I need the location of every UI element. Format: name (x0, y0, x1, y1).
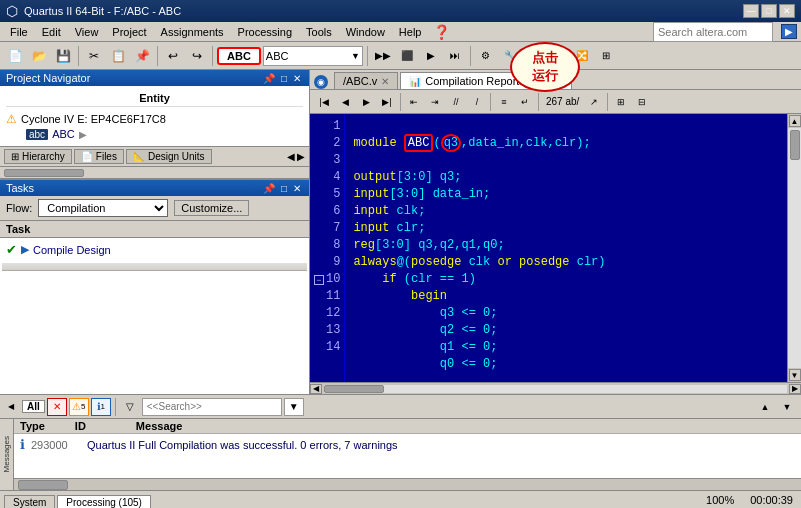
msg-filter-icon-btn[interactable]: ▽ (120, 398, 140, 416)
tab-abc-v[interactable]: /ABC.v ✕ (334, 72, 398, 89)
close-panel-icon[interactable]: ✕ (291, 73, 303, 84)
hscroll-thumb[interactable] (324, 385, 384, 393)
task-name-label[interactable]: Compile Design (33, 244, 111, 256)
undo-button[interactable]: ↩ (162, 45, 184, 67)
ed-first-button[interactable]: |◀ (314, 93, 334, 111)
signalclock-button[interactable]: ⏱ (523, 45, 545, 67)
tab-design-units[interactable]: 📐 Design Units (126, 149, 212, 164)
chip-button[interactable]: 🔧 (499, 45, 521, 67)
menu-file[interactable]: File (4, 24, 34, 40)
netlist-button[interactable]: ⊞ (595, 45, 617, 67)
rtl-button[interactable]: 🔀 (571, 45, 593, 67)
abc-button[interactable]: ABC (217, 47, 261, 65)
tasks-panel-icons[interactable]: 📌 □ ✕ (261, 183, 303, 194)
ed-format-button[interactable]: ≡ (494, 93, 514, 111)
msg-info-btn[interactable]: ℹ 1 (91, 398, 111, 416)
nav-scrollbar[interactable] (0, 167, 309, 179)
menu-assignments[interactable]: Assignments (155, 24, 230, 40)
editor-toolbar: |◀ ◀ ▶ ▶| ⇤ ⇥ // / ≡ ↵ 267 ab/ ↗ ⊞ ⊟ (310, 90, 801, 114)
step-button[interactable]: ⏭ (444, 45, 466, 67)
hscroll-right-icon[interactable]: ▶ (789, 384, 801, 394)
scroll-thumb[interactable] (790, 130, 800, 160)
tasks-float-icon[interactable]: □ (279, 183, 289, 194)
ed-uncomment-button[interactable]: / (467, 93, 487, 111)
hscroll-left-icon[interactable]: ◀ (310, 384, 322, 394)
minimize-button[interactable]: — (743, 4, 759, 18)
msg-error-btn[interactable]: ✕ (47, 398, 67, 416)
menu-view[interactable]: View (69, 24, 105, 40)
fold-icon[interactable]: − (314, 275, 324, 285)
message-search-input[interactable] (142, 398, 282, 416)
copy-button[interactable]: 📋 (107, 45, 129, 67)
pin-icon[interactable]: 📌 (261, 73, 277, 84)
msg-scroll-down-btn[interactable]: ▼ (777, 398, 797, 416)
msg-sep (115, 398, 116, 416)
menu-processing[interactable]: Processing (232, 24, 298, 40)
menu-tools[interactable]: Tools (300, 24, 338, 40)
new-button[interactable]: 📄 (4, 45, 26, 67)
tasks-flow-row: Flow: Compilation Customize... (0, 196, 309, 221)
titlebar-controls[interactable]: — □ ✕ (743, 4, 795, 18)
search-input[interactable] (653, 22, 773, 42)
tab-compilation-close[interactable]: ✕ (555, 76, 563, 87)
msg-hscrollbar[interactable] (14, 478, 801, 490)
msg-hscroll-thumb[interactable] (18, 480, 68, 490)
open-button[interactable]: 📂 (28, 45, 50, 67)
ed-indent-button[interactable]: ⇤ (404, 93, 424, 111)
ed-expand-button[interactable]: ⊞ (611, 93, 631, 111)
message-search-button[interactable]: ▼ (284, 398, 304, 416)
search-go-button[interactable]: ▶ (781, 24, 797, 39)
tasks-pin-icon[interactable]: 📌 (261, 183, 277, 194)
msg-scroll-up-btn[interactable]: ▲ (755, 398, 775, 416)
paste-button[interactable]: 📌 (131, 45, 153, 67)
tab-abc-v-close[interactable]: ✕ (381, 76, 389, 87)
flow-select[interactable]: Compilation (38, 199, 168, 217)
list-item: ✔ ▶ Compile Design (2, 240, 307, 259)
nav-arrow-right-icon[interactable]: ▶ (297, 151, 305, 162)
project-nav-panel-icons[interactable]: 📌 □ ✕ (261, 73, 303, 84)
tab-files[interactable]: 📄 Files (74, 149, 124, 164)
compile-button[interactable]: ▶▶ (372, 45, 394, 67)
cut-button[interactable]: ✂ (83, 45, 105, 67)
play-button[interactable]: ▶ (420, 45, 442, 67)
all-filter-button[interactable]: All (22, 400, 45, 413)
task-play-icon: ▶ (21, 243, 29, 256)
msg-warning-btn[interactable]: ⚠ 5 (69, 398, 89, 416)
scroll-down-icon[interactable]: ▼ (789, 369, 801, 381)
code-hscrollbar[interactable]: ◀ ▶ (310, 382, 801, 394)
tasks-close-icon[interactable]: ✕ (291, 183, 303, 194)
menu-project[interactable]: Project (106, 24, 152, 40)
editor-tabs: ◉ /ABC.v ✕ 📊 Compilation Report - ABC ✕ (310, 70, 801, 90)
ed-last-button[interactable]: ▶| (377, 93, 397, 111)
close-button[interactable]: ✕ (779, 4, 795, 18)
nav-scrollbar-thumb[interactable] (4, 169, 84, 177)
abc-dropdown[interactable]: ABC ▼ (263, 46, 363, 66)
nav-arrow-left-icon[interactable]: ◀ (287, 151, 295, 162)
redo-button[interactable]: ↪ (186, 45, 208, 67)
menu-window[interactable]: Window (340, 24, 391, 40)
entity-project-name[interactable]: ABC (52, 128, 75, 140)
tab-hierarchy[interactable]: ⊞ Hierarchy (4, 149, 72, 164)
tab-system[interactable]: System (4, 495, 55, 509)
ed-wrap-button[interactable]: ↵ (515, 93, 535, 111)
wave-button[interactable]: 〰 (547, 45, 569, 67)
maximize-button[interactable]: □ (761, 4, 777, 18)
tab-compilation-report[interactable]: 📊 Compilation Report - ABC ✕ (400, 72, 572, 89)
ed-collapse-button[interactable]: ⊟ (632, 93, 652, 111)
ed-comment-button[interactable]: // (446, 93, 466, 111)
code-vscrollbar[interactable]: ▲ ▼ (787, 114, 801, 382)
tab-processing[interactable]: Processing (105) (57, 495, 151, 509)
ed-next-button[interactable]: ▶ (356, 93, 376, 111)
customize-button[interactable]: Customize... (174, 200, 249, 216)
ed-goto-button[interactable]: ↗ (584, 93, 604, 111)
settings-button[interactable]: ⚙ (475, 45, 497, 67)
code-content[interactable]: module ABC(q3,data_in,clk,clr); output[3… (345, 114, 787, 382)
scroll-up-icon[interactable]: ▲ (789, 115, 801, 127)
stop-button[interactable]: ⬛ (396, 45, 418, 67)
menu-edit[interactable]: Edit (36, 24, 67, 40)
menu-help[interactable]: Help (393, 24, 428, 40)
save-button[interactable]: 💾 (52, 45, 74, 67)
float-icon[interactable]: □ (279, 73, 289, 84)
ed-unindent-button[interactable]: ⇥ (425, 93, 445, 111)
ed-prev-button[interactable]: ◀ (335, 93, 355, 111)
